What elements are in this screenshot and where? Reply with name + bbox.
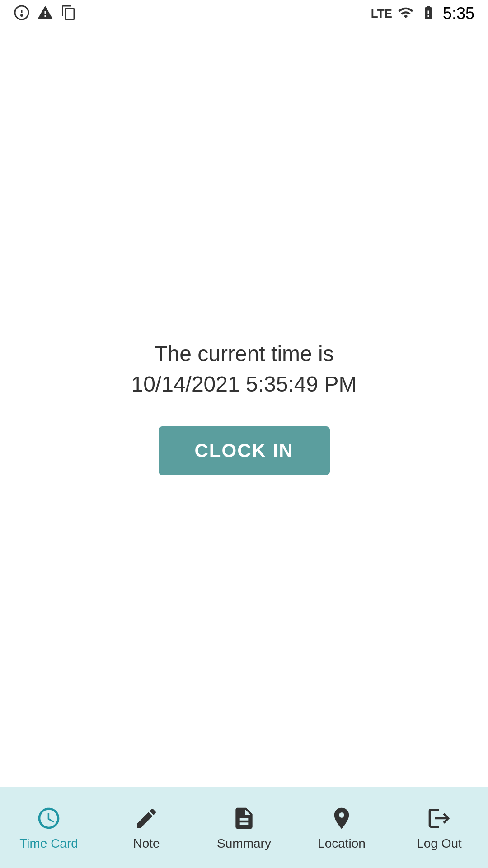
nav-label-location: Location [318,836,366,851]
summary-icon [230,805,258,832]
current-time-display: The current time is 10/14/2021 5:35:49 P… [131,339,357,399]
nav-label-time-card: Time Card [19,836,78,851]
main-content: The current time is 10/14/2021 5:35:49 P… [0,27,488,787]
current-time-label: The current time is [154,342,333,366]
clipboard-icon [61,5,77,23]
location-icon [328,805,355,832]
nav-label-note: Note [133,836,160,851]
battery-icon [419,5,437,23]
lte-signal-icon: LTE [371,7,392,21]
nav-item-log-out[interactable]: Log Out [390,787,488,868]
alert-filled-icon [37,5,53,23]
nav-item-time-card[interactable]: Time Card [0,787,98,868]
note-icon [133,805,160,832]
signal-icon [398,5,414,23]
svg-point-2 [21,15,23,16]
nav-item-location[interactable]: Location [293,787,390,868]
clock-in-button[interactable]: CLOCK IN [159,426,330,475]
nav-label-log-out: Log Out [417,836,462,851]
nav-item-note[interactable]: Note [98,787,195,868]
status-bar-right-icons: LTE 5:35 [371,4,474,23]
nav-label-summary: Summary [217,836,271,851]
status-bar: LTE 5:35 [0,0,488,27]
log-out-icon [426,805,453,832]
status-bar-left-icons [14,5,77,23]
status-time: 5:35 [443,4,474,23]
current-time-value: 10/14/2021 5:35:49 PM [131,372,357,396]
time-card-icon [35,805,62,832]
nav-item-summary[interactable]: Summary [195,787,293,868]
bottom-navigation: Time Card Note Summary Location [0,787,488,868]
alert-outline-icon [14,5,30,23]
